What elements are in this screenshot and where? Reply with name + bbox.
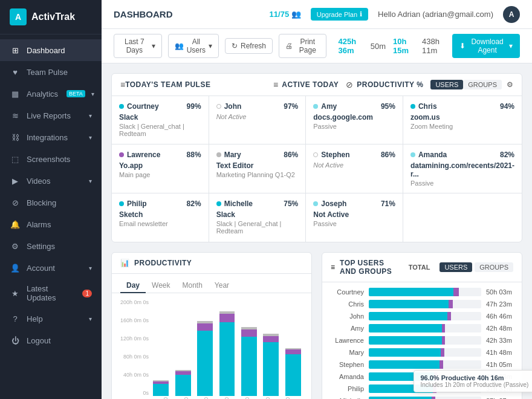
grid-icon: ⊞ (10, 45, 21, 56)
download-agent-button[interactable]: ⬇ Download Agent ▾ (452, 34, 520, 58)
chart-tab-month[interactable]: Month (176, 279, 208, 293)
sidebar-item-latest-updates[interactable]: ★ Latest Updates 1 (0, 279, 102, 308)
pulse-user-10[interactable]: Joseph 71% Not ActivePassive (306, 193, 403, 242)
sidebar-item-account[interactable]: 👤 Account ▾ (0, 257, 102, 279)
productivity-icon: 📊 (120, 259, 129, 267)
pulse-user-5[interactable]: Mary 86% Text EditorMarketing Planning Q… (209, 144, 307, 193)
bar-unproductive (241, 329, 257, 337)
bar-unproductive (447, 312, 451, 320)
chart-tab-year[interactable]: Year (209, 279, 235, 293)
sidebar-label-blocking: Blocking (27, 198, 56, 207)
bar-inner (369, 300, 481, 308)
y-label: 80h 0m 0s (120, 354, 149, 360)
sidebar-item-settings[interactable]: ⚙ Settings (0, 235, 102, 257)
users-filter-label: All Users (187, 37, 206, 54)
refresh-button[interactable]: ↻ Refresh (225, 38, 273, 54)
pulse-grid: Courtney 99% SlackSlack | General_chat |… (112, 96, 522, 242)
print-button[interactable]: 🖨 Print Page (279, 34, 326, 58)
pulse-user-0[interactable]: Courtney 99% SlackSlack | General_chat |… (112, 96, 209, 144)
groups-toggle-button[interactable]: GROUPS (463, 80, 502, 89)
sidebar-item-blocking[interactable]: ⊘ Blocking (0, 192, 102, 213)
chart-bar-col (261, 311, 281, 396)
bar-unproductive (442, 324, 446, 332)
user-time: 42h 33m (486, 337, 513, 344)
pulse-user-1[interactable]: John 97% Not Active (209, 96, 307, 144)
pulse-user-9[interactable]: Michelle 75% SlackSlack | General_chat |… (209, 193, 307, 242)
settings-gear-icon[interactable]: ⚙ (507, 80, 513, 89)
sidebar-item-alarms[interactable]: 🔔 Alarms (0, 213, 102, 235)
sidebar-item-team-pulse[interactable]: ♥ Team Pulse (0, 61, 102, 83)
bar-unproductive (197, 323, 213, 331)
logout-icon: ⏻ (10, 335, 21, 346)
main-content: DASHBOARD 11/75 👥 Upgrade Plan ℹ Hello A… (102, 0, 532, 399)
pulse-user-name: John (216, 102, 242, 111)
pulse-user-3[interactable]: Chris 94% zoom.usZoom Meeting (403, 96, 522, 144)
chevron-down-icon9: ▾ (509, 42, 513, 50)
pulse-user-header: Philip 82% (119, 199, 201, 208)
download-icon: ⬇ (459, 42, 465, 50)
users-filter-button[interactable]: 👥 All Users ▾ (168, 34, 219, 58)
sidebar-item-analytics[interactable]: ▦ Analytics BETA ▾ (0, 83, 102, 105)
y-label: 200h 0m 0s (120, 299, 149, 305)
upgrade-plan-button[interactable]: Upgrade Plan ℹ (311, 8, 368, 21)
pulse-user-header: Amy 95% (313, 102, 395, 111)
pulse-title: TODAY'S TEAM PULSE (125, 80, 210, 89)
sidebar-label-account: Account (27, 264, 55, 273)
chart-bar-col (173, 311, 192, 396)
pulse-pct: 97% (284, 102, 298, 111)
top-users-tab-users[interactable]: USERS (440, 262, 472, 272)
users-toggle-button[interactable]: USERS (430, 80, 463, 89)
dot-active (216, 201, 221, 206)
top-users-card: ≡ TOP USERS AND GROUPS TOTAL USERS GROUP… (322, 252, 522, 399)
chart-tabs: DayWeekMonthYear (112, 274, 311, 293)
pulse-app: Not Active (313, 210, 395, 219)
pulse-user-name: Courtney (119, 102, 159, 111)
settings-icon: ⚙ (10, 241, 21, 251)
pulse-user-4[interactable]: Lawrence 88% Yo.appMain page (112, 144, 209, 193)
time-stat-4: 438h 11m (422, 37, 446, 55)
sidebar-item-help[interactable]: ? Help ▾ (0, 308, 102, 329)
chart-icon: ⊘ (346, 80, 353, 89)
productivity-pct-label: PRODUCTIVITY % (357, 80, 423, 89)
pulse-user-header: Michelle 75% (216, 199, 299, 208)
user-bar-row: Mary 41h 48m (331, 346, 513, 358)
dot-passive (410, 152, 415, 157)
pulse-user-header: Lawrence 88% (119, 151, 201, 159)
bar-unproductive (285, 349, 301, 354)
pulse-user-7[interactable]: Amanda 82% datamining.com/recents/2021-r… (403, 144, 522, 193)
pulse-user-2[interactable]: Amy 95% docs.google.comPassive (306, 96, 403, 144)
bar-productive (369, 312, 447, 320)
sidebar-item-screenshots[interactable]: ⬚ Screenshots (0, 148, 102, 170)
bar-container (369, 312, 481, 320)
chart-tab-day[interactable]: Day (120, 279, 146, 293)
sidebar-item-integrations[interactable]: ⛓ Integrations ▾ (0, 126, 102, 148)
top-users-tab-groups[interactable]: GROUPS (475, 262, 513, 272)
pulse-detail: Main page (119, 171, 201, 178)
sidebar-label-videos: Videos (27, 177, 51, 186)
bottom-row: 📊 PRODUCTIVITY DayWeekMonthYear 200h 0m … (111, 252, 522, 399)
user-name: Courtney (331, 288, 364, 296)
date-range-button[interactable]: Last 7 Days ▾ (114, 34, 162, 58)
info-icon: ℹ (360, 10, 362, 18)
pulse-user-11[interactable] (403, 193, 522, 242)
sidebar-item-dashboard[interactable]: ⊞ Dashboard (0, 39, 102, 61)
pulse-detail: Slack | General_chat | Redteam (119, 123, 201, 137)
pulse-user-6[interactable]: Stephen 86% Not Active (306, 144, 403, 193)
sidebar-item-videos[interactable]: ▶ Videos ▾ (0, 170, 102, 192)
user-bar-row: John 46h 46m (331, 310, 513, 322)
user-name: Amy (331, 325, 364, 332)
pulse-app: Yo.app (119, 161, 201, 170)
bar-container (369, 397, 481, 399)
chart-bar-col (239, 311, 259, 396)
pulse-user-name: Amy (313, 102, 337, 111)
pulse-user-8[interactable]: Philip 82% SketchEmail newsletter (112, 193, 209, 242)
sidebar-nav: ⊞ Dashboard ♥ Team Pulse ▦ Analytics BET… (0, 34, 102, 399)
sidebar-item-logout[interactable]: ⏻ Logout (0, 329, 102, 351)
dot-active (410, 104, 415, 109)
sidebar-item-live-reports[interactable]: ≋ Live Reports ▾ (0, 105, 102, 126)
y-label: 160h 0m 0s (120, 317, 149, 323)
bar-unproductive (263, 336, 279, 342)
bar-productive (285, 354, 301, 396)
header-stats: 11/75 👥 Upgrade Plan ℹ Hello Adrian (adr… (270, 6, 520, 23)
chart-tab-week[interactable]: Week (146, 279, 176, 293)
